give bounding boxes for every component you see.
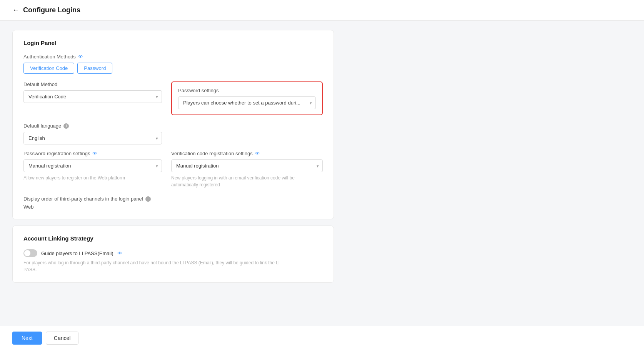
- display-order-value: Web: [23, 204, 323, 210]
- guide-players-label: Guide players to LI PASS(Email): [41, 250, 113, 256]
- verification-reg-label: Verification code registration settings …: [171, 151, 323, 156]
- password-reg-desc: Allow new players to register on the Web…: [23, 174, 162, 181]
- display-order-section: Display order of third-party channels in…: [23, 196, 323, 210]
- registration-settings-row: Password registration settings 👁 Manual …: [23, 151, 323, 188]
- default-language-select-wrapper: English Chinese Japanese Korean ▾: [23, 132, 162, 144]
- default-method-select-wrapper: Verification Code Password ▾: [23, 90, 162, 103]
- verification-reg-desc: New players logging in with an email ver…: [171, 174, 323, 188]
- password-settings-select-wrapper: Players can choose whether to set a pass…: [178, 96, 316, 109]
- password-reg-label: Password registration settings 👁: [23, 151, 162, 156]
- guide-players-eye-icon[interactable]: 👁: [117, 250, 122, 256]
- verification-code-button[interactable]: Verification Code: [23, 63, 74, 74]
- default-language-select[interactable]: English Chinese Japanese Korean: [23, 132, 162, 144]
- page-header: ← Configure Logins: [0, 0, 644, 21]
- auth-methods-label: Authentication Methods 👁: [23, 54, 323, 60]
- default-method-label: Default Method: [23, 81, 162, 87]
- default-method-select[interactable]: Verification Code Password: [23, 90, 162, 103]
- guide-players-toggle[interactable]: [23, 249, 37, 257]
- password-reg-select[interactable]: Manual registration Auto registration: [23, 159, 162, 172]
- account-linking-title: Account Linking Strategy: [23, 235, 323, 242]
- display-order-label: Display order of third-party channels in…: [23, 196, 323, 202]
- password-reg-eye-icon[interactable]: 👁: [92, 151, 97, 156]
- account-linking-card: Account Linking Strategy Guide players t…: [12, 226, 334, 283]
- verification-reg-select[interactable]: Manual registration Auto registration: [171, 159, 323, 172]
- back-button[interactable]: ←: [12, 6, 19, 14]
- verification-reg-eye-icon[interactable]: 👁: [255, 151, 260, 156]
- login-panel-title: Login Panel: [23, 40, 323, 46]
- page-title: Configure Logins: [23, 6, 80, 14]
- default-method-row: Default Method Verification Code Passwor…: [23, 81, 323, 115]
- auth-methods-eye-icon[interactable]: 👁: [78, 54, 83, 60]
- password-reg-select-wrapper: Manual registration Auto registration ▾: [23, 159, 162, 172]
- password-button[interactable]: Password: [77, 63, 112, 74]
- password-settings-select[interactable]: Players can choose whether to set a pass…: [178, 96, 316, 109]
- guide-players-row: Guide players to LI PASS(Email) 👁: [23, 249, 323, 257]
- default-language-label: Default language i: [23, 123, 323, 129]
- next-button[interactable]: Next: [12, 332, 42, 345]
- verification-reg-select-wrapper: Manual registration Auto registration ▾: [171, 159, 323, 172]
- cancel-button[interactable]: Cancel: [46, 332, 79, 345]
- password-settings-box: Password settings Players can choose whe…: [171, 81, 323, 115]
- toggle-knob: [24, 250, 30, 256]
- default-language-info-icon[interactable]: i: [63, 123, 69, 129]
- guide-players-desc: For players who log in through a third-p…: [23, 259, 285, 273]
- display-order-info-icon[interactable]: i: [145, 196, 151, 202]
- password-settings-label: Password settings: [178, 88, 316, 93]
- auth-methods-buttons: Verification Code Password: [23, 63, 323, 74]
- bottom-bar: Next Cancel: [0, 326, 644, 350]
- login-panel-card: Login Panel Authentication Methods 👁 Ver…: [12, 30, 334, 219]
